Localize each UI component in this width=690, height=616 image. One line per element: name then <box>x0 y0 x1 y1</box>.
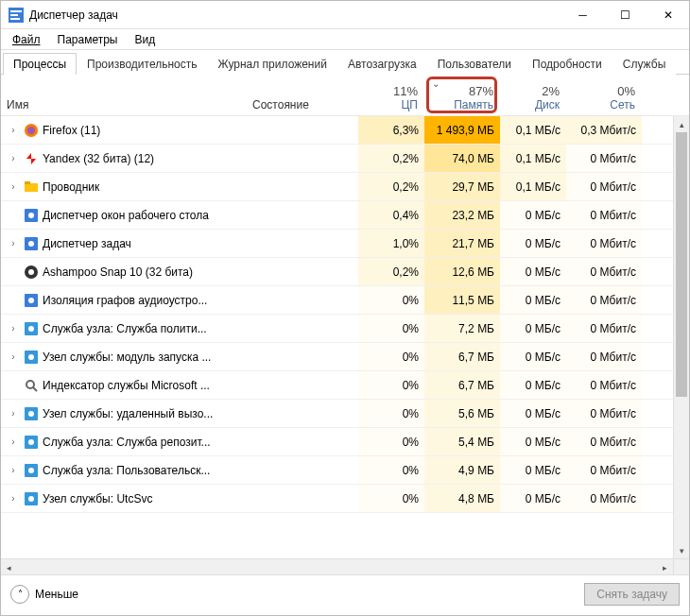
cell-cpu: 0% <box>358 428 424 455</box>
col-status[interactable]: Состояние <box>247 75 358 115</box>
process-icon <box>24 435 39 450</box>
col-cpu[interactable]: 11% ЦП <box>358 75 424 115</box>
expand-icon[interactable]: › <box>7 436 20 447</box>
minimize-button[interactable]: ─ <box>561 1 604 29</box>
maximize-button[interactable]: ☐ <box>604 1 647 29</box>
horizontal-scrollbar[interactable]: ◂ ▸ <box>1 558 673 574</box>
process-icon <box>24 236 39 251</box>
table-row[interactable]: ›Проводник0,2%29,7 МБ0,1 МБ/с0 Мбит/с <box>1 173 689 201</box>
cell-name: ›Firefox (11) <box>1 116 247 144</box>
tab-users[interactable]: Пользователи <box>427 53 522 75</box>
tab-startup[interactable]: Автозагрузка <box>337 53 427 75</box>
table-row[interactable]: Диспетчер окон рабочего стола0,4%23,2 МБ… <box>1 201 689 230</box>
process-name: Узел службы: модуль запуска ... <box>43 351 211 364</box>
cell-name: ›Служба узла: Служба полити... <box>1 315 247 342</box>
table-row[interactable]: ›Диспетчер задач1,0%21,7 МБ0 МБ/с0 Мбит/… <box>1 230 689 258</box>
cell-memory: 6,7 МБ <box>424 343 500 370</box>
cell-name: ›Служба узла: Пользовательск... <box>1 456 247 484</box>
column-header: Имя Состояние 11% ЦП ⌄ 87% Память 2% Дис… <box>1 75 689 116</box>
table-row[interactable]: ›Узел службы: удаленный вызо...0%5,6 МБ0… <box>1 400 689 428</box>
tab-processes[interactable]: Процессы <box>3 53 77 75</box>
expand-icon[interactable]: › <box>7 181 20 192</box>
expand-icon[interactable]: › <box>7 493 20 504</box>
tab-services[interactable]: Службы <box>612 53 676 75</box>
table-row[interactable]: ›Firefox (11)6,3%1 493,9 МБ0,1 МБ/с0,3 М… <box>1 116 689 145</box>
process-name: Yandex (32 бита) (12) <box>43 152 154 165</box>
table-row[interactable]: ›Yandex (32 бита) (12)0,2%74,0 МБ0,1 МБ/… <box>1 145 689 173</box>
process-icon <box>24 350 39 365</box>
cell-disk: 0 МБ/с <box>500 400 566 427</box>
process-icon <box>24 151 39 166</box>
scroll-right-icon[interactable]: ▸ <box>657 559 673 575</box>
svg-rect-1 <box>10 10 22 12</box>
table-row[interactable]: Изоляция графов аудиоустро...0%11,5 МБ0 … <box>1 286 689 315</box>
cell-name: Изоляция графов аудиоустро... <box>1 286 247 314</box>
expand-icon[interactable]: › <box>7 238 20 248</box>
vertical-scrollbar[interactable]: ▴ ▾ <box>673 116 689 558</box>
cell-name: Ashampoo Snap 10 (32 бита) <box>1 258 247 285</box>
table-row[interactable]: ›Узел службы: модуль запуска ...0%6,7 МБ… <box>1 343 689 371</box>
table-row[interactable]: ›Служба узла: Служба репозит...0%5,4 МБ0… <box>1 428 689 456</box>
process-name: Служба узла: Пользовательск... <box>43 464 210 477</box>
scroll-left-icon[interactable]: ◂ <box>1 559 17 575</box>
cell-network: 0 Мбит/с <box>566 371 642 399</box>
col-disk[interactable]: 2% Диск <box>500 75 566 115</box>
footer: ˄ Меньше Снять задачу <box>1 574 689 612</box>
tab-app-history[interactable]: Журнал приложений <box>208 53 337 75</box>
expand-icon[interactable]: › <box>7 408 20 419</box>
scroll-thumb[interactable] <box>676 132 687 397</box>
svg-point-19 <box>28 354 34 360</box>
cell-cpu: 0% <box>358 286 424 314</box>
table-row[interactable]: ›Служба узла: Служба полити...0%7,2 МБ0 … <box>1 315 689 343</box>
tab-performance[interactable]: Производительность <box>77 53 207 75</box>
col-network[interactable]: 0% Сеть <box>566 75 642 115</box>
end-task-button[interactable]: Снять задачу <box>584 583 680 606</box>
svg-point-17 <box>28 326 34 332</box>
expand-icon[interactable]: › <box>7 125 20 135</box>
process-name: Firefox (11) <box>43 124 100 137</box>
table-row[interactable]: ›Узел службы: UtcSvc0%4,8 МБ0 МБ/с0 Мбит… <box>1 485 689 513</box>
process-icon <box>24 378 39 393</box>
cell-network: 0 Мбит/с <box>566 173 642 200</box>
scroll-down-icon[interactable]: ▾ <box>674 542 689 558</box>
close-button[interactable]: ✕ <box>647 1 689 29</box>
expand-icon[interactable]: › <box>7 153 20 163</box>
cell-status <box>247 400 358 427</box>
cell-cpu: 1,0% <box>358 230 424 257</box>
cell-memory: 4,9 МБ <box>424 456 500 484</box>
cell-name: ›Диспетчер задач <box>1 230 247 257</box>
cell-name: ›Проводник <box>1 173 247 200</box>
tab-details[interactable]: Подробности <box>522 53 612 75</box>
cell-memory: 21,7 МБ <box>424 230 500 257</box>
cell-status <box>247 371 358 399</box>
fewer-details-button[interactable]: ˄ Меньше <box>10 585 584 604</box>
cell-status <box>247 286 358 314</box>
cell-disk: 0,1 МБ/с <box>500 173 566 200</box>
cell-disk: 0 МБ/с <box>500 258 566 285</box>
svg-point-27 <box>28 468 34 473</box>
svg-rect-6 <box>25 183 38 192</box>
menu-view[interactable]: Вид <box>127 31 163 48</box>
svg-rect-3 <box>10 18 20 20</box>
process-list: ›Firefox (11)6,3%1 493,9 МБ0,1 МБ/с0,3 М… <box>1 116 689 558</box>
process-name: Проводник <box>43 180 99 194</box>
table-row[interactable]: Индексатор службы Microsoft ...0%6,7 МБ0… <box>1 371 689 400</box>
tabbar: Процессы Производительность Журнал прило… <box>1 50 689 75</box>
table-row[interactable]: Ashampoo Snap 10 (32 бита)0,2%12,6 МБ0 М… <box>1 258 689 286</box>
scroll-up-icon[interactable]: ▴ <box>674 116 689 132</box>
col-memory[interactable]: ⌄ 87% Память <box>424 75 500 115</box>
cell-status <box>247 201 358 229</box>
cell-name: Диспетчер окон рабочего стола <box>1 201 247 229</box>
cell-cpu: 0% <box>358 315 424 342</box>
col-name[interactable]: Имя <box>1 75 247 115</box>
expand-icon[interactable]: › <box>7 351 20 362</box>
expand-icon[interactable]: › <box>7 323 20 334</box>
process-icon <box>24 293 39 308</box>
menu-file[interactable]: Файл <box>5 31 48 48</box>
cell-memory: 29,7 МБ <box>424 173 500 200</box>
expand-icon[interactable]: › <box>7 465 20 475</box>
process-name: Узел службы: удаленный вызо... <box>43 407 213 420</box>
cell-status <box>247 456 358 484</box>
menu-options[interactable]: Параметры <box>50 31 126 48</box>
table-row[interactable]: ›Служба узла: Пользовательск...0%4,9 МБ0… <box>1 456 689 485</box>
